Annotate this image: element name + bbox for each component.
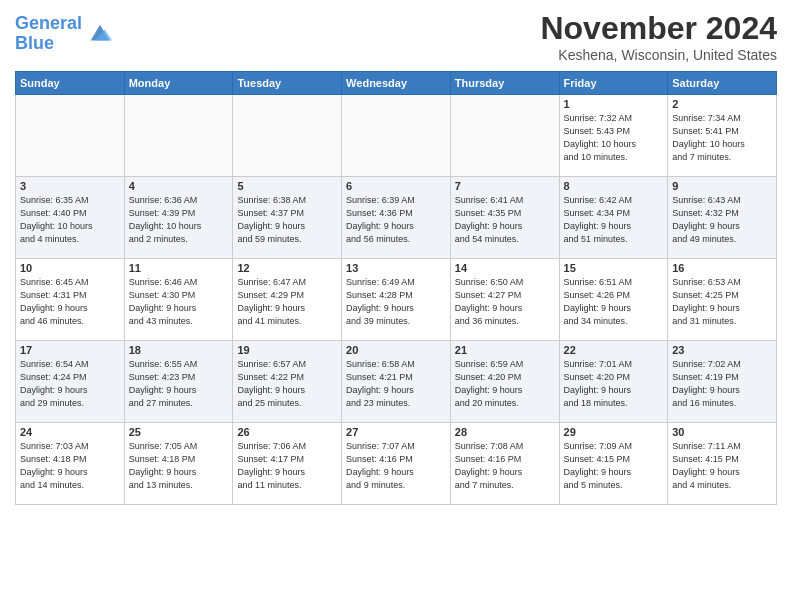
- calendar-cell: 21Sunrise: 6:59 AMSunset: 4:20 PMDayligh…: [450, 341, 559, 423]
- calendar-cell: 8Sunrise: 6:42 AMSunset: 4:34 PMDaylight…: [559, 177, 668, 259]
- week-row-2: 3Sunrise: 6:35 AMSunset: 4:40 PMDaylight…: [16, 177, 777, 259]
- day-number: 23: [672, 344, 772, 356]
- calendar-cell: 29Sunrise: 7:09 AMSunset: 4:15 PMDayligh…: [559, 423, 668, 505]
- calendar-cell: 2Sunrise: 7:34 AMSunset: 5:41 PMDaylight…: [668, 95, 777, 177]
- day-info: Sunrise: 6:39 AMSunset: 4:36 PMDaylight:…: [346, 194, 446, 246]
- day-info: Sunrise: 6:41 AMSunset: 4:35 PMDaylight:…: [455, 194, 555, 246]
- calendar-cell: 19Sunrise: 6:57 AMSunset: 4:22 PMDayligh…: [233, 341, 342, 423]
- day-info: Sunrise: 7:09 AMSunset: 4:15 PMDaylight:…: [564, 440, 664, 492]
- calendar-cell: 30Sunrise: 7:11 AMSunset: 4:15 PMDayligh…: [668, 423, 777, 505]
- week-row-5: 24Sunrise: 7:03 AMSunset: 4:18 PMDayligh…: [16, 423, 777, 505]
- day-number: 25: [129, 426, 229, 438]
- day-info: Sunrise: 6:36 AMSunset: 4:39 PMDaylight:…: [129, 194, 229, 246]
- week-row-3: 10Sunrise: 6:45 AMSunset: 4:31 PMDayligh…: [16, 259, 777, 341]
- calendar-cell: 27Sunrise: 7:07 AMSunset: 4:16 PMDayligh…: [342, 423, 451, 505]
- calendar-cell: 23Sunrise: 7:02 AMSunset: 4:19 PMDayligh…: [668, 341, 777, 423]
- day-info: Sunrise: 6:51 AMSunset: 4:26 PMDaylight:…: [564, 276, 664, 328]
- calendar-cell: 17Sunrise: 6:54 AMSunset: 4:24 PMDayligh…: [16, 341, 125, 423]
- calendar-cell: 5Sunrise: 6:38 AMSunset: 4:37 PMDaylight…: [233, 177, 342, 259]
- weekday-header-wednesday: Wednesday: [342, 72, 451, 95]
- title-area: November 2024 Keshena, Wisconsin, United…: [540, 10, 777, 63]
- day-number: 4: [129, 180, 229, 192]
- day-number: 17: [20, 344, 120, 356]
- day-info: Sunrise: 6:45 AMSunset: 4:31 PMDaylight:…: [20, 276, 120, 328]
- day-info: Sunrise: 7:11 AMSunset: 4:15 PMDaylight:…: [672, 440, 772, 492]
- day-number: 19: [237, 344, 337, 356]
- logo-line1: General: [15, 13, 82, 33]
- calendar-cell: 16Sunrise: 6:53 AMSunset: 4:25 PMDayligh…: [668, 259, 777, 341]
- calendar-cell: 20Sunrise: 6:58 AMSunset: 4:21 PMDayligh…: [342, 341, 451, 423]
- month-title: November 2024: [540, 10, 777, 47]
- calendar-cell: 1Sunrise: 7:32 AMSunset: 5:43 PMDaylight…: [559, 95, 668, 177]
- day-info: Sunrise: 7:03 AMSunset: 4:18 PMDaylight:…: [20, 440, 120, 492]
- day-info: Sunrise: 6:38 AMSunset: 4:37 PMDaylight:…: [237, 194, 337, 246]
- calendar-cell: 18Sunrise: 6:55 AMSunset: 4:23 PMDayligh…: [124, 341, 233, 423]
- day-number: 14: [455, 262, 555, 274]
- day-number: 18: [129, 344, 229, 356]
- calendar-cell: [342, 95, 451, 177]
- day-number: 6: [346, 180, 446, 192]
- day-info: Sunrise: 7:01 AMSunset: 4:20 PMDaylight:…: [564, 358, 664, 410]
- day-info: Sunrise: 6:46 AMSunset: 4:30 PMDaylight:…: [129, 276, 229, 328]
- calendar-cell: 4Sunrise: 6:36 AMSunset: 4:39 PMDaylight…: [124, 177, 233, 259]
- calendar-cell: 3Sunrise: 6:35 AMSunset: 4:40 PMDaylight…: [16, 177, 125, 259]
- calendar-cell: 9Sunrise: 6:43 AMSunset: 4:32 PMDaylight…: [668, 177, 777, 259]
- day-info: Sunrise: 6:50 AMSunset: 4:27 PMDaylight:…: [455, 276, 555, 328]
- calendar-cell: 28Sunrise: 7:08 AMSunset: 4:16 PMDayligh…: [450, 423, 559, 505]
- day-info: Sunrise: 6:55 AMSunset: 4:23 PMDaylight:…: [129, 358, 229, 410]
- day-number: 24: [20, 426, 120, 438]
- week-row-4: 17Sunrise: 6:54 AMSunset: 4:24 PMDayligh…: [16, 341, 777, 423]
- day-number: 21: [455, 344, 555, 356]
- day-info: Sunrise: 7:08 AMSunset: 4:16 PMDaylight:…: [455, 440, 555, 492]
- day-number: 28: [455, 426, 555, 438]
- day-number: 30: [672, 426, 772, 438]
- day-info: Sunrise: 6:43 AMSunset: 4:32 PMDaylight:…: [672, 194, 772, 246]
- week-row-1: 1Sunrise: 7:32 AMSunset: 5:43 PMDaylight…: [16, 95, 777, 177]
- calendar-cell: [16, 95, 125, 177]
- calendar-cell: 22Sunrise: 7:01 AMSunset: 4:20 PMDayligh…: [559, 341, 668, 423]
- calendar-cell: 26Sunrise: 7:06 AMSunset: 4:17 PMDayligh…: [233, 423, 342, 505]
- calendar-cell: 7Sunrise: 6:41 AMSunset: 4:35 PMDaylight…: [450, 177, 559, 259]
- logo: General Blue: [15, 14, 114, 54]
- day-number: 26: [237, 426, 337, 438]
- logo-line2: Blue: [15, 33, 54, 53]
- day-info: Sunrise: 6:53 AMSunset: 4:25 PMDaylight:…: [672, 276, 772, 328]
- day-info: Sunrise: 7:34 AMSunset: 5:41 PMDaylight:…: [672, 112, 772, 164]
- day-info: Sunrise: 7:32 AMSunset: 5:43 PMDaylight:…: [564, 112, 664, 164]
- location: Keshena, Wisconsin, United States: [540, 47, 777, 63]
- weekday-header-saturday: Saturday: [668, 72, 777, 95]
- day-number: 3: [20, 180, 120, 192]
- calendar-cell: 10Sunrise: 6:45 AMSunset: 4:31 PMDayligh…: [16, 259, 125, 341]
- day-number: 15: [564, 262, 664, 274]
- day-number: 27: [346, 426, 446, 438]
- day-number: 1: [564, 98, 664, 110]
- day-info: Sunrise: 6:49 AMSunset: 4:28 PMDaylight:…: [346, 276, 446, 328]
- calendar-cell: 25Sunrise: 7:05 AMSunset: 4:18 PMDayligh…: [124, 423, 233, 505]
- day-info: Sunrise: 7:05 AMSunset: 4:18 PMDaylight:…: [129, 440, 229, 492]
- day-number: 22: [564, 344, 664, 356]
- day-info: Sunrise: 7:06 AMSunset: 4:17 PMDaylight:…: [237, 440, 337, 492]
- day-number: 16: [672, 262, 772, 274]
- day-number: 13: [346, 262, 446, 274]
- calendar-cell: 13Sunrise: 6:49 AMSunset: 4:28 PMDayligh…: [342, 259, 451, 341]
- calendar-cell: [233, 95, 342, 177]
- logo-text: General Blue: [15, 14, 82, 54]
- calendar-table: SundayMondayTuesdayWednesdayThursdayFrid…: [15, 71, 777, 505]
- day-info: Sunrise: 7:07 AMSunset: 4:16 PMDaylight:…: [346, 440, 446, 492]
- calendar-cell: 15Sunrise: 6:51 AMSunset: 4:26 PMDayligh…: [559, 259, 668, 341]
- day-number: 9: [672, 180, 772, 192]
- weekday-header-thursday: Thursday: [450, 72, 559, 95]
- day-info: Sunrise: 6:54 AMSunset: 4:24 PMDaylight:…: [20, 358, 120, 410]
- day-number: 2: [672, 98, 772, 110]
- weekday-header-row: SundayMondayTuesdayWednesdayThursdayFrid…: [16, 72, 777, 95]
- day-info: Sunrise: 6:42 AMSunset: 4:34 PMDaylight:…: [564, 194, 664, 246]
- day-info: Sunrise: 6:59 AMSunset: 4:20 PMDaylight:…: [455, 358, 555, 410]
- calendar-cell: 6Sunrise: 6:39 AMSunset: 4:36 PMDaylight…: [342, 177, 451, 259]
- weekday-header-friday: Friday: [559, 72, 668, 95]
- calendar-cell: 14Sunrise: 6:50 AMSunset: 4:27 PMDayligh…: [450, 259, 559, 341]
- day-number: 11: [129, 262, 229, 274]
- calendar-cell: [124, 95, 233, 177]
- day-info: Sunrise: 7:02 AMSunset: 4:19 PMDaylight:…: [672, 358, 772, 410]
- day-info: Sunrise: 6:58 AMSunset: 4:21 PMDaylight:…: [346, 358, 446, 410]
- day-number: 20: [346, 344, 446, 356]
